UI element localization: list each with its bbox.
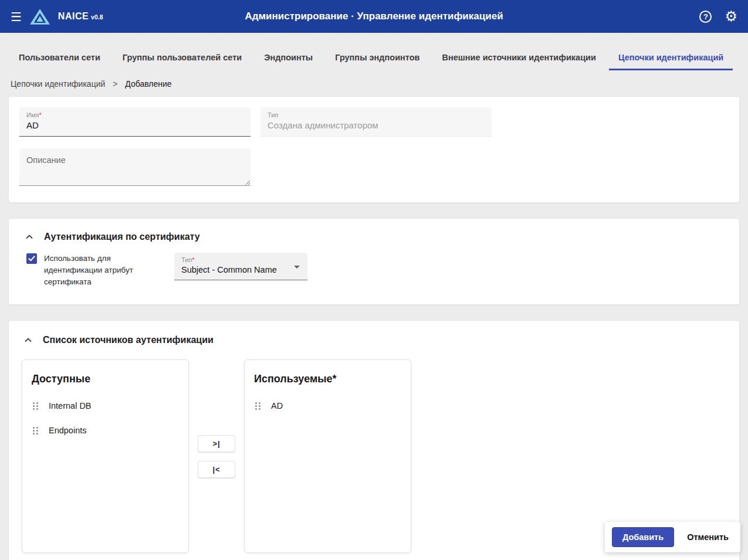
- list-move-controls: >| |<: [189, 359, 244, 553]
- description-field[interactable]: [19, 148, 251, 186]
- used-list: Используемые* AD: [244, 359, 411, 553]
- name-field-label: Имя*: [26, 111, 243, 118]
- tab-network-users[interactable]: Пользователи сети: [9, 48, 110, 70]
- help-icon[interactable]: ?: [699, 11, 712, 23]
- app-version: v0.8: [91, 13, 103, 21]
- basic-info-card: Имя* AD Тип Создана администратором: [8, 96, 740, 203]
- app-logo: [30, 9, 50, 25]
- tab-endpoint-groups[interactable]: Группы эндпоинтов: [326, 48, 429, 70]
- breadcrumb-current: Добавление: [125, 79, 171, 89]
- type-field-placeholder: Создана администратором: [268, 120, 485, 131]
- required-mark: *: [192, 256, 194, 263]
- cert-type-select-label: Тип*: [181, 256, 300, 263]
- drag-handle-icon[interactable]: [33, 402, 38, 410]
- used-list-title: Используемые*: [254, 373, 401, 385]
- collapse-chevron-icon[interactable]: [23, 230, 36, 243]
- name-field-value: AD: [26, 120, 243, 131]
- cert-checkbox-label: Использовать для идентификации атрибут с…: [44, 253, 147, 288]
- chevron-down-icon: [294, 266, 300, 269]
- available-list: Доступные Internal DB Endpoints: [22, 359, 189, 553]
- main-content: Имя* AD Тип Создана администратором Ауте…: [0, 96, 748, 560]
- breadcrumb-parent[interactable]: Цепочки идентификаций: [11, 79, 105, 89]
- app-name: NAICEv0.8: [58, 11, 103, 22]
- list-item-label: Internal DB: [49, 401, 92, 410]
- type-field-label: Тип: [268, 111, 485, 118]
- gear-icon[interactable]: ⚙: [725, 9, 737, 23]
- top-bar: ☰ NAICEv0.8 Администрирование · Управлен…: [0, 0, 748, 33]
- cancel-button[interactable]: Отменить: [682, 528, 733, 547]
- add-button[interactable]: Добавить: [612, 527, 674, 547]
- auth-sources-title: Список источников аутентификации: [43, 335, 214, 345]
- name-field[interactable]: Имя* AD: [19, 107, 251, 137]
- tab-network-user-groups[interactable]: Группы пользователей сети: [113, 48, 251, 70]
- cert-checkbox-row: Использовать для идентификации атрибут с…: [26, 253, 151, 288]
- type-field: Тип Создана администратором: [260, 107, 492, 137]
- page-title: Администрирование · Управление идентифик…: [0, 11, 748, 22]
- menu-icon[interactable]: ☰: [11, 11, 22, 23]
- cert-type-select[interactable]: Тип* Subject - Common Name: [174, 253, 307, 280]
- required-mark: *: [39, 111, 41, 118]
- form-actions: Добавить Отменить: [605, 522, 740, 552]
- list-item-label: Endpoints: [49, 426, 87, 435]
- breadcrumb: Цепочки идентификаций > Добавление: [0, 70, 748, 96]
- list-item[interactable]: Internal DB: [32, 393, 179, 418]
- tab-external-identity-sources[interactable]: Внешние источники идентификации: [432, 48, 605, 70]
- list-item[interactable]: Endpoints: [32, 418, 179, 443]
- list-item[interactable]: AD: [254, 393, 401, 418]
- tab-identity-chains[interactable]: Цепочки идентификаций: [609, 48, 733, 70]
- drag-handle-icon[interactable]: [255, 402, 260, 410]
- move-all-right-button[interactable]: >|: [198, 435, 235, 452]
- tab-bar: Пользователи сети Группы пользователей с…: [0, 33, 748, 70]
- breadcrumb-separator: >: [113, 79, 117, 89]
- move-all-left-button[interactable]: |<: [198, 461, 235, 478]
- certificate-auth-title: Аутентификация по сертификату: [44, 232, 200, 242]
- cert-checkbox[interactable]: [26, 253, 37, 264]
- list-item-label: AD: [271, 401, 283, 410]
- tab-endpoints[interactable]: Эндпоинты: [255, 48, 322, 70]
- available-list-title: Доступные: [32, 373, 179, 385]
- cert-type-select-value: Subject - Common Name: [181, 265, 300, 274]
- drag-handle-icon[interactable]: [33, 427, 38, 435]
- collapse-chevron-icon[interactable]: [22, 334, 35, 347]
- certificate-auth-section: Аутентификация по сертификату Использова…: [8, 218, 740, 305]
